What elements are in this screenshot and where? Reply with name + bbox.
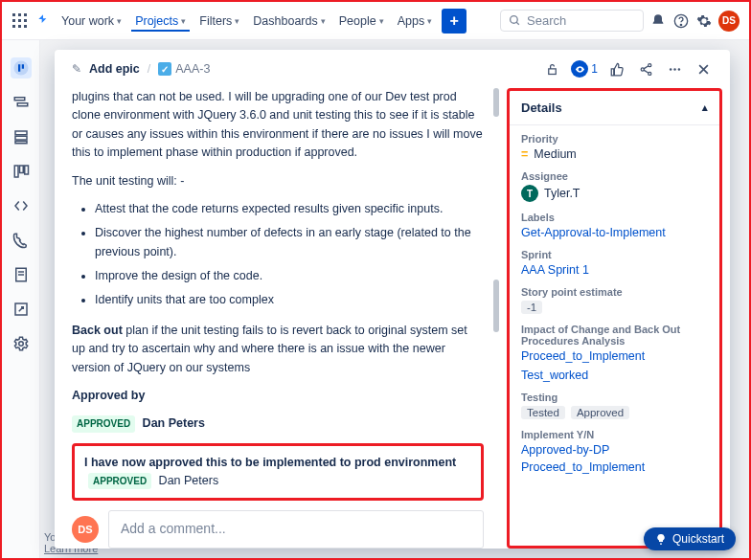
- rail-code-icon[interactable]: [11, 195, 32, 216]
- rail-pages-icon[interactable]: [11, 264, 32, 285]
- issue-key[interactable]: ✓ AAA-3: [158, 62, 210, 76]
- comment-input[interactable]: Add a comment...: [108, 510, 484, 549]
- share-icon[interactable]: [636, 59, 655, 78]
- desc-intro: plugins that can not be used. I will be …: [72, 88, 484, 163]
- nav-projects[interactable]: Projects▾: [131, 11, 190, 32]
- nav-apps[interactable]: Apps▾: [394, 11, 437, 32]
- breadcrumb: ✎ Add epic / ✓ AAA-3: [72, 62, 210, 76]
- svg-rect-4: [18, 19, 21, 22]
- approval-text: I have now approved this to be implement…: [84, 456, 456, 469]
- rail-oncall-icon[interactable]: [11, 230, 32, 251]
- jira-logo-icon[interactable]: [34, 12, 52, 30]
- nav-people[interactable]: People▾: [335, 11, 388, 32]
- field-impact[interactable]: Impact of Change and Back Out Procedures…: [521, 324, 708, 382]
- nav-label: Projects: [135, 14, 178, 28]
- chevron-down-icon: ▾: [427, 16, 432, 26]
- help-icon[interactable]: [672, 12, 690, 30]
- chevron-down-icon: ▾: [379, 16, 384, 26]
- issue-key-text: AAA-3: [175, 62, 210, 76]
- chevron-down-icon: ▾: [181, 16, 186, 26]
- user-avatar[interactable]: DS: [718, 11, 740, 32]
- svg-rect-17: [17, 103, 28, 106]
- details-panel-wrap: Details ▴ Priority =Medium Assignee TTyl…: [507, 88, 722, 549]
- create-button[interactable]: +: [442, 9, 467, 34]
- svg-line-33: [644, 65, 649, 68]
- rail-board-icon[interactable]: [11, 57, 32, 78]
- add-epic-link[interactable]: Add epic: [89, 62, 140, 76]
- field-implement[interactable]: Implement Y/N Approved-by-DP Proceed_to_…: [521, 429, 708, 474]
- comment-row: DS Add a comment...: [72, 510, 484, 549]
- svg-point-9: [511, 16, 518, 24]
- rail-settings-icon[interactable]: [11, 333, 32, 354]
- more-icon[interactable]: [665, 59, 684, 78]
- approved-pill: APPROVED: [88, 473, 151, 490]
- chevron-down-icon: ▾: [117, 16, 122, 26]
- desc-bullet: Improve the design of the code.: [95, 267, 484, 285]
- assignee-avatar: T: [521, 185, 538, 202]
- approved-pill: APPROVED: [72, 415, 135, 433]
- svg-rect-5: [24, 19, 27, 22]
- priority-medium-icon: =: [521, 147, 528, 161]
- field-sprint[interactable]: Sprint AAA Sprint 1: [521, 249, 708, 277]
- desc-bullets: Attest that the code returns expected re…: [95, 200, 484, 310]
- chevron-down-icon: ▾: [321, 16, 326, 26]
- rail-board2-icon[interactable]: [11, 161, 32, 182]
- svg-line-10: [516, 22, 519, 25]
- approval-highlight: I have now approved this to be implement…: [72, 443, 484, 502]
- field-story-points[interactable]: Story point estimate -1: [521, 286, 708, 314]
- desc-backout: Back out plan if the unit testing fails …: [72, 322, 484, 377]
- quickstart-button[interactable]: Quickstart: [644, 527, 736, 550]
- field-assignee[interactable]: Assignee TTyler.T: [521, 170, 708, 202]
- svg-rect-23: [24, 166, 28, 174]
- search-input[interactable]: Search: [500, 10, 644, 32]
- desc-unit-intro: The unit testing will: -: [72, 172, 484, 190]
- nav-filters[interactable]: Filters▾: [195, 11, 243, 32]
- svg-rect-16: [14, 98, 25, 101]
- close-icon[interactable]: [694, 59, 713, 78]
- svg-point-37: [677, 68, 680, 71]
- app-switcher-icon[interactable]: [11, 12, 29, 30]
- scrollbar[interactable]: [493, 88, 501, 549]
- svg-rect-6: [12, 25, 15, 28]
- rail-roadmap-icon[interactable]: [11, 92, 32, 113]
- settings-icon[interactable]: [695, 12, 713, 30]
- like-icon[interactable]: [607, 59, 626, 78]
- svg-rect-3: [12, 19, 15, 22]
- lock-icon[interactable]: [542, 59, 561, 78]
- chevron-up-icon: ▴: [702, 101, 708, 114]
- svg-rect-29: [549, 68, 557, 74]
- svg-point-35: [669, 68, 671, 71]
- top-nav: Your work▾ Projects▾ Filters▾ Dashboards…: [2, 2, 749, 40]
- nav-your-work[interactable]: Your work▾: [57, 11, 125, 32]
- field-testing[interactable]: Testing Tested Approved: [521, 392, 708, 419]
- field-labels[interactable]: Labels Get-Approval-to-Implement: [521, 212, 708, 239]
- nav-label: Filters: [199, 14, 232, 28]
- approver-line: APPROVED Dan Peters: [72, 414, 484, 433]
- issue-dialog: ✎ Add epic / ✓ AAA-3 1 plugins that: [55, 50, 730, 549]
- svg-rect-8: [24, 25, 27, 28]
- nav-dashboards[interactable]: Dashboards▾: [249, 11, 329, 32]
- svg-point-36: [673, 68, 676, 71]
- approver-name: Dan Peters: [143, 416, 205, 430]
- field-priority[interactable]: Priority =Medium: [521, 133, 708, 161]
- svg-line-34: [644, 70, 649, 73]
- details-header[interactable]: Details ▴: [510, 91, 719, 125]
- left-rail: [2, 40, 40, 558]
- desc-bullet: Discover the highest number of defects i…: [95, 224, 484, 261]
- svg-rect-20: [15, 142, 27, 144]
- lightbulb-icon: [655, 533, 667, 545]
- breadcrumb-separator: /: [148, 62, 150, 76]
- watch-button[interactable]: 1: [571, 60, 598, 78]
- details-title: Details: [521, 101, 562, 115]
- dialog-header: ✎ Add epic / ✓ AAA-3 1: [55, 50, 730, 88]
- svg-rect-7: [18, 25, 21, 28]
- issue-description: plugins that can not be used. I will be …: [72, 88, 499, 549]
- comment-avatar: DS: [72, 516, 99, 543]
- rail-shortcut-icon[interactable]: [11, 299, 32, 320]
- svg-rect-15: [21, 64, 23, 69]
- nav-label: Your work: [61, 14, 114, 28]
- pencil-icon: ✎: [72, 62, 81, 76]
- quickstart-label: Quickstart: [672, 532, 724, 546]
- notifications-icon[interactable]: [649, 12, 667, 30]
- rail-backlog-icon[interactable]: [11, 126, 32, 147]
